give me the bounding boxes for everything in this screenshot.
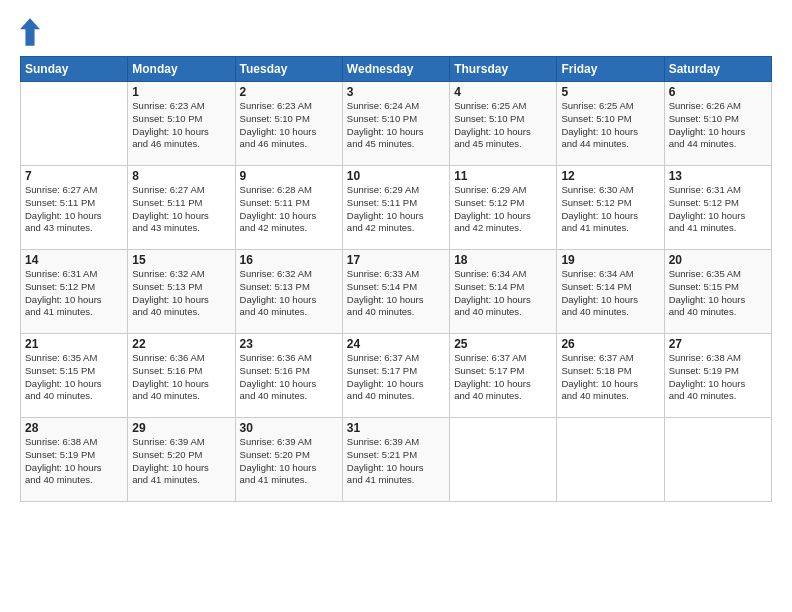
day-number: 2 — [240, 85, 338, 99]
day-number: 18 — [454, 253, 552, 267]
day-info: Sunrise: 6:32 AMSunset: 5:13 PMDaylight:… — [240, 268, 338, 319]
day-info: Sunrise: 6:36 AMSunset: 5:16 PMDaylight:… — [132, 352, 230, 403]
day-info: Sunrise: 6:24 AMSunset: 5:10 PMDaylight:… — [347, 100, 445, 151]
day-info: Sunrise: 6:38 AMSunset: 5:19 PMDaylight:… — [669, 352, 767, 403]
day-number: 9 — [240, 169, 338, 183]
day-number: 30 — [240, 421, 338, 435]
day-info: Sunrise: 6:25 AMSunset: 5:10 PMDaylight:… — [454, 100, 552, 151]
day-info: Sunrise: 6:28 AMSunset: 5:11 PMDaylight:… — [240, 184, 338, 235]
calendar-cell: 13Sunrise: 6:31 AMSunset: 5:12 PMDayligh… — [664, 166, 771, 250]
day-info: Sunrise: 6:31 AMSunset: 5:12 PMDaylight:… — [669, 184, 767, 235]
calendar-cell — [664, 418, 771, 502]
calendar-cell: 29Sunrise: 6:39 AMSunset: 5:20 PMDayligh… — [128, 418, 235, 502]
weekday-header-tuesday: Tuesday — [235, 57, 342, 82]
calendar-cell: 15Sunrise: 6:32 AMSunset: 5:13 PMDayligh… — [128, 250, 235, 334]
day-info: Sunrise: 6:23 AMSunset: 5:10 PMDaylight:… — [240, 100, 338, 151]
day-number: 29 — [132, 421, 230, 435]
calendar-cell: 18Sunrise: 6:34 AMSunset: 5:14 PMDayligh… — [450, 250, 557, 334]
calendar-cell: 21Sunrise: 6:35 AMSunset: 5:15 PMDayligh… — [21, 334, 128, 418]
day-number: 31 — [347, 421, 445, 435]
day-number: 11 — [454, 169, 552, 183]
day-number: 19 — [561, 253, 659, 267]
day-number: 3 — [347, 85, 445, 99]
logo-icon — [20, 18, 40, 46]
calendar-cell: 6Sunrise: 6:26 AMSunset: 5:10 PMDaylight… — [664, 82, 771, 166]
day-number: 8 — [132, 169, 230, 183]
day-number: 12 — [561, 169, 659, 183]
calendar-cell: 14Sunrise: 6:31 AMSunset: 5:12 PMDayligh… — [21, 250, 128, 334]
day-number: 23 — [240, 337, 338, 351]
calendar-cell: 27Sunrise: 6:38 AMSunset: 5:19 PMDayligh… — [664, 334, 771, 418]
calendar-cell: 12Sunrise: 6:30 AMSunset: 5:12 PMDayligh… — [557, 166, 664, 250]
day-number: 6 — [669, 85, 767, 99]
day-info: Sunrise: 6:38 AMSunset: 5:19 PMDaylight:… — [25, 436, 123, 487]
calendar-cell: 17Sunrise: 6:33 AMSunset: 5:14 PMDayligh… — [342, 250, 449, 334]
calendar-cell: 16Sunrise: 6:32 AMSunset: 5:13 PMDayligh… — [235, 250, 342, 334]
week-row-1: 7Sunrise: 6:27 AMSunset: 5:11 PMDaylight… — [21, 166, 772, 250]
day-number: 15 — [132, 253, 230, 267]
day-number: 4 — [454, 85, 552, 99]
week-row-0: 1Sunrise: 6:23 AMSunset: 5:10 PMDaylight… — [21, 82, 772, 166]
day-info: Sunrise: 6:31 AMSunset: 5:12 PMDaylight:… — [25, 268, 123, 319]
day-number: 20 — [669, 253, 767, 267]
day-number: 26 — [561, 337, 659, 351]
calendar-cell: 28Sunrise: 6:38 AMSunset: 5:19 PMDayligh… — [21, 418, 128, 502]
day-number: 13 — [669, 169, 767, 183]
day-info: Sunrise: 6:36 AMSunset: 5:16 PMDaylight:… — [240, 352, 338, 403]
weekday-header-thursday: Thursday — [450, 57, 557, 82]
day-info: Sunrise: 6:32 AMSunset: 5:13 PMDaylight:… — [132, 268, 230, 319]
calendar-cell: 22Sunrise: 6:36 AMSunset: 5:16 PMDayligh… — [128, 334, 235, 418]
day-info: Sunrise: 6:37 AMSunset: 5:18 PMDaylight:… — [561, 352, 659, 403]
day-info: Sunrise: 6:37 AMSunset: 5:17 PMDaylight:… — [454, 352, 552, 403]
calendar-cell: 1Sunrise: 6:23 AMSunset: 5:10 PMDaylight… — [128, 82, 235, 166]
day-info: Sunrise: 6:34 AMSunset: 5:14 PMDaylight:… — [454, 268, 552, 319]
day-info: Sunrise: 6:25 AMSunset: 5:10 PMDaylight:… — [561, 100, 659, 151]
svg-marker-0 — [20, 18, 40, 45]
day-info: Sunrise: 6:35 AMSunset: 5:15 PMDaylight:… — [669, 268, 767, 319]
day-number: 25 — [454, 337, 552, 351]
day-info: Sunrise: 6:37 AMSunset: 5:17 PMDaylight:… — [347, 352, 445, 403]
day-number: 22 — [132, 337, 230, 351]
calendar-cell: 3Sunrise: 6:24 AMSunset: 5:10 PMDaylight… — [342, 82, 449, 166]
calendar-cell: 23Sunrise: 6:36 AMSunset: 5:16 PMDayligh… — [235, 334, 342, 418]
day-number: 7 — [25, 169, 123, 183]
day-info: Sunrise: 6:29 AMSunset: 5:11 PMDaylight:… — [347, 184, 445, 235]
weekday-header-row: SundayMondayTuesdayWednesdayThursdayFrid… — [21, 57, 772, 82]
weekday-header-monday: Monday — [128, 57, 235, 82]
day-info: Sunrise: 6:33 AMSunset: 5:14 PMDaylight:… — [347, 268, 445, 319]
day-number: 5 — [561, 85, 659, 99]
day-info: Sunrise: 6:39 AMSunset: 5:20 PMDaylight:… — [240, 436, 338, 487]
week-row-2: 14Sunrise: 6:31 AMSunset: 5:12 PMDayligh… — [21, 250, 772, 334]
day-info: Sunrise: 6:23 AMSunset: 5:10 PMDaylight:… — [132, 100, 230, 151]
day-number: 27 — [669, 337, 767, 351]
day-info: Sunrise: 6:29 AMSunset: 5:12 PMDaylight:… — [454, 184, 552, 235]
day-info: Sunrise: 6:27 AMSunset: 5:11 PMDaylight:… — [25, 184, 123, 235]
calendar-cell: 30Sunrise: 6:39 AMSunset: 5:20 PMDayligh… — [235, 418, 342, 502]
logo — [20, 18, 42, 46]
calendar-cell: 10Sunrise: 6:29 AMSunset: 5:11 PMDayligh… — [342, 166, 449, 250]
day-info: Sunrise: 6:35 AMSunset: 5:15 PMDaylight:… — [25, 352, 123, 403]
calendar: SundayMondayTuesdayWednesdayThursdayFrid… — [20, 56, 772, 502]
day-number: 16 — [240, 253, 338, 267]
week-row-4: 28Sunrise: 6:38 AMSunset: 5:19 PMDayligh… — [21, 418, 772, 502]
calendar-cell — [450, 418, 557, 502]
day-info: Sunrise: 6:39 AMSunset: 5:20 PMDaylight:… — [132, 436, 230, 487]
day-info: Sunrise: 6:26 AMSunset: 5:10 PMDaylight:… — [669, 100, 767, 151]
day-info: Sunrise: 6:30 AMSunset: 5:12 PMDaylight:… — [561, 184, 659, 235]
calendar-cell: 11Sunrise: 6:29 AMSunset: 5:12 PMDayligh… — [450, 166, 557, 250]
calendar-cell: 4Sunrise: 6:25 AMSunset: 5:10 PMDaylight… — [450, 82, 557, 166]
week-row-3: 21Sunrise: 6:35 AMSunset: 5:15 PMDayligh… — [21, 334, 772, 418]
calendar-cell: 25Sunrise: 6:37 AMSunset: 5:17 PMDayligh… — [450, 334, 557, 418]
day-number: 10 — [347, 169, 445, 183]
calendar-cell: 5Sunrise: 6:25 AMSunset: 5:10 PMDaylight… — [557, 82, 664, 166]
day-number: 17 — [347, 253, 445, 267]
header — [20, 18, 772, 46]
calendar-cell: 31Sunrise: 6:39 AMSunset: 5:21 PMDayligh… — [342, 418, 449, 502]
day-number: 14 — [25, 253, 123, 267]
calendar-cell: 8Sunrise: 6:27 AMSunset: 5:11 PMDaylight… — [128, 166, 235, 250]
calendar-cell: 24Sunrise: 6:37 AMSunset: 5:17 PMDayligh… — [342, 334, 449, 418]
day-number: 1 — [132, 85, 230, 99]
day-info: Sunrise: 6:39 AMSunset: 5:21 PMDaylight:… — [347, 436, 445, 487]
day-info: Sunrise: 6:34 AMSunset: 5:14 PMDaylight:… — [561, 268, 659, 319]
calendar-cell: 7Sunrise: 6:27 AMSunset: 5:11 PMDaylight… — [21, 166, 128, 250]
